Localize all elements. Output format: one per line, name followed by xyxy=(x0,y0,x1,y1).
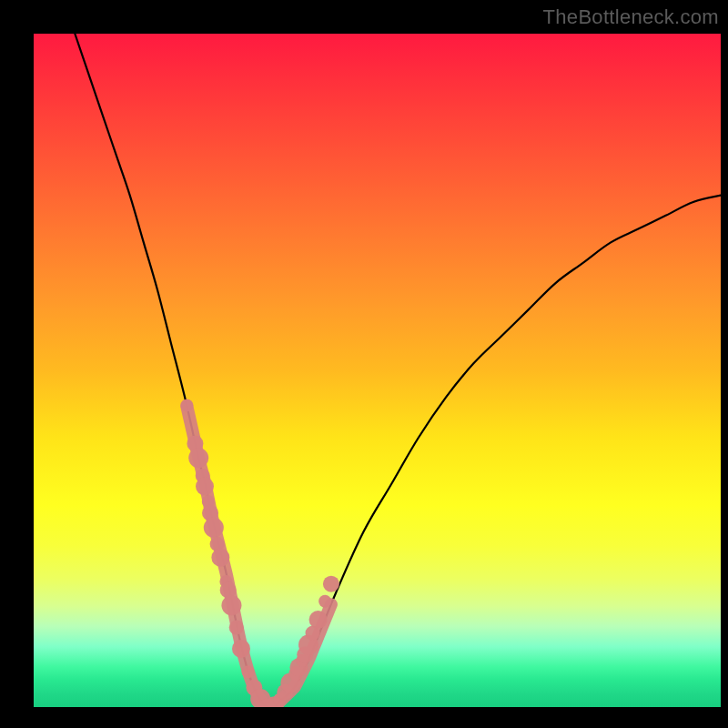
marker-band xyxy=(187,407,331,707)
marker-dot xyxy=(221,595,241,615)
marker-dot xyxy=(196,478,214,496)
marker-dot xyxy=(188,448,208,468)
marker-dot xyxy=(204,518,224,538)
chart-stage: TheBottleneck.com xyxy=(0,0,728,728)
watermark-text: TheBottleneck.com xyxy=(543,5,719,29)
marker-dot xyxy=(229,621,244,635)
bottleneck-curve xyxy=(75,34,721,707)
marker-dot xyxy=(309,611,328,629)
marker-dot xyxy=(323,576,339,592)
marker-dot xyxy=(232,640,250,658)
marker-dot xyxy=(211,549,229,567)
marker-dot xyxy=(242,665,255,678)
marker-dot xyxy=(180,399,193,411)
marker-dot xyxy=(318,595,331,608)
plot-area xyxy=(34,34,721,707)
chart-svg xyxy=(34,34,721,707)
